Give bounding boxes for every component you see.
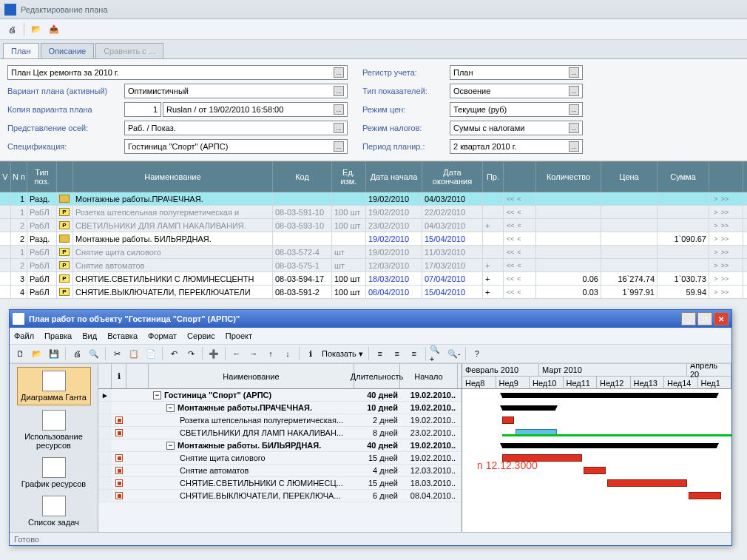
outdent-button[interactable]: ← <box>229 346 244 361</box>
menu-формат[interactable]: Формат <box>148 331 177 340</box>
tab-compare[interactable]: Сравнить с ... <box>95 43 163 58</box>
help-button[interactable]: ? <box>470 346 484 361</box>
menu-правка[interactable]: Правка <box>44 331 72 340</box>
close-button[interactable]: ✕ <box>714 312 729 325</box>
view-gantt[interactable]: Диаграмма Ганта <box>17 367 91 405</box>
save-button[interactable]: 💾 <box>47 346 61 361</box>
print-button[interactable]: 🖨 <box>70 346 84 361</box>
align-right-button[interactable]: ≡ <box>407 346 422 361</box>
zoom-in-button[interactable]: 🔍+ <box>430 346 445 361</box>
col-v[interactable]: V <box>0 162 11 192</box>
view-resource-graph[interactable]: График ресурсов <box>17 454 91 491</box>
paste-button[interactable]: 📄 <box>143 346 158 361</box>
col-sum[interactable]: Сумма <box>658 162 709 192</box>
table-row[interactable]: 1РабЛPСнятие щита силового08-03-572-4шт1… <box>0 246 747 259</box>
tax-mode-field[interactable]: Суммы с налогами... <box>450 121 583 135</box>
summary-bar[interactable] <box>502 405 555 411</box>
dropdown-icon[interactable]: ... <box>334 141 344 152</box>
gantt-titlebar[interactable]: План работ по объекту "Гостиница "Спорт"… <box>10 310 731 328</box>
copy-button[interactable]: 📋 <box>126 346 141 361</box>
summary-bar[interactable] <box>502 393 717 398</box>
menu-вид[interactable]: Вид <box>82 331 97 340</box>
col-price[interactable]: Цена <box>601 162 658 192</box>
task-row[interactable]: ▸−Гостиница "Спорт" (АРПС)40 дней19.02.2… <box>98 389 462 402</box>
task-bar[interactable] <box>607 479 687 487</box>
show-dropdown[interactable]: Показать ▾ <box>320 349 365 359</box>
menu-проект[interactable]: Проект <box>226 331 252 340</box>
table-row[interactable]: 2РабЛPСнятие автоматов08-03-575-1шт12/03… <box>0 259 747 272</box>
task-row[interactable]: −Монтажные работы.ПРАЧЕЧНАЯ.10 дней19.02… <box>98 402 462 414</box>
redo-button[interactable]: ↷ <box>183 346 198 361</box>
task-row[interactable]: Снятие щита силового15 дней19.02.2010.. <box>98 452 462 465</box>
undo-button[interactable]: ↶ <box>166 346 181 361</box>
task-row[interactable]: −Монтажные работы. БИЛЬЯРДНАЯ.40 дней19.… <box>98 439 462 452</box>
indicator-field[interactable]: Освоение... <box>450 84 583 98</box>
variant-field[interactable]: Оптимистичный... <box>124 84 348 98</box>
dropdown-icon[interactable]: ... <box>569 123 579 133</box>
table-row[interactable]: 2Разд.Монтажные работы. БИЛЬЯРДНАЯ.19/02… <box>0 232 747 246</box>
col-type[interactable]: Тип поз. <box>27 162 57 192</box>
register-field[interactable]: План... <box>450 65 583 80</box>
th-name[interactable]: Наименование <box>149 364 354 388</box>
gantt-chart[interactable]: Февраль 2010Март 2010Апрель 20 Нед8Нед9Н… <box>462 364 731 532</box>
collapse-icon[interactable]: − <box>166 404 175 412</box>
new-button[interactable]: 🗋 <box>13 346 27 361</box>
dropdown-icon[interactable]: ... <box>334 123 344 133</box>
th-indicator[interactable]: ℹ <box>112 364 126 388</box>
zoom-out-button[interactable]: 🔍- <box>447 346 462 361</box>
col-pr[interactable]: Пр. <box>483 162 504 192</box>
open-button[interactable]: 📂 <box>29 22 44 37</box>
table-row[interactable]: 4РабЛPСНЯТИЕ.ВЫКЛЮЧАТЕЛИ, ПЕРЕКЛЮЧАТЕЛИ0… <box>0 286 747 299</box>
align-left-button[interactable]: ≡ <box>373 346 388 361</box>
info-button[interactable]: ℹ <box>303 346 318 361</box>
menu-вставка[interactable]: Вставка <box>107 331 138 340</box>
print-button[interactable]: 🖨 <box>4 22 19 37</box>
up-button[interactable]: ↑ <box>263 346 278 361</box>
task-bar[interactable] <box>584 467 606 474</box>
summary-bar[interactable] <box>502 443 717 448</box>
table-row[interactable]: 2РабЛPСВЕТИЛЬНИКИ ДЛЯ ЛАМП НАКАЛИВАНИЯ.0… <box>0 219 747 232</box>
task-row[interactable]: СВЕТИЛЬНИКИ ДЛЯ ЛАМП НАКАЛИВАН...8 дней2… <box>98 427 462 439</box>
preview-button[interactable]: 🔍 <box>87 346 101 361</box>
export-button[interactable]: 📤 <box>47 22 61 37</box>
dropdown-icon[interactable]: ... <box>569 104 579 115</box>
maximize-button[interactable]: □ <box>697 312 712 325</box>
col-name[interactable]: Наименование <box>73 162 273 192</box>
view-resource-usage[interactable]: Использование ресурсов <box>17 407 91 453</box>
axes-field[interactable]: Раб. / Показ.... <box>124 121 348 135</box>
task-row[interactable]: СНЯТИЕ.ВЫКЛЮЧАТЕЛИ, ПЕРЕКЛЮЧА...6 дней08… <box>98 490 462 502</box>
col-code[interactable]: Код <box>273 162 332 192</box>
dropdown-icon[interactable]: ... <box>334 86 344 96</box>
task-row[interactable]: Розетка штепсельная полугерметическая...… <box>98 414 462 427</box>
th-start[interactable]: Начало <box>400 364 458 388</box>
cut-button[interactable]: ✂ <box>109 346 124 361</box>
minimize-button[interactable]: _ <box>681 312 696 325</box>
insert-button[interactable]: ➕ <box>206 346 221 361</box>
task-row[interactable]: СНЯТИЕ.СВЕТИЛЬНИКИ С ЛЮМИНЕСЦ...15 дней1… <box>98 477 462 490</box>
spec-field[interactable]: Гостиница "Спорт" (АРПС)... <box>124 139 348 154</box>
plan-field[interactable]: План Цех ремонта за 2010 г. ... <box>7 65 348 80</box>
tab-plan[interactable]: План <box>3 43 39 58</box>
dropdown-icon[interactable]: ... <box>569 86 579 96</box>
task-bar[interactable] <box>502 416 514 424</box>
down-button[interactable]: ↓ <box>280 346 295 361</box>
col-unit[interactable]: Ед. изм. <box>332 162 366 192</box>
table-row[interactable]: 3РабЛPСНЯТИЕ.СВЕТИЛЬНИКИ С ЛЮМИНЕСЦЕНТН0… <box>0 272 747 286</box>
table-row[interactable]: 1Разд.Монтажные работы.ПРАЧЕЧНАЯ.19/02/2… <box>0 192 747 206</box>
copy-field[interactable]: Ruslan / от 19/02/2010 16:58:00... <box>163 102 348 117</box>
period-field[interactable]: 2 квартал 2010 г.... <box>450 139 583 154</box>
align-center-button[interactable]: ≡ <box>390 346 405 361</box>
price-mode-field[interactable]: Текущие (руб)... <box>450 102 583 117</box>
dropdown-icon[interactable]: ... <box>334 104 344 115</box>
tab-description[interactable]: Описание <box>41 43 95 58</box>
task-bar[interactable] <box>689 492 721 499</box>
dropdown-icon[interactable]: ... <box>569 67 579 78</box>
dropdown-icon[interactable]: ... <box>569 141 579 152</box>
task-row[interactable]: Снятие автоматов4 дней12.03.2010.. <box>98 465 462 477</box>
collapse-icon[interactable]: − <box>153 391 161 399</box>
table-row[interactable]: 1РабЛPРозетка штепсельная полугерметичес… <box>0 206 747 219</box>
open-button[interactable]: 📂 <box>30 346 44 361</box>
menu-сервис[interactable]: Сервис <box>187 331 215 340</box>
dropdown-icon[interactable]: ... <box>334 67 344 78</box>
col-qty[interactable]: Количество <box>536 162 601 192</box>
